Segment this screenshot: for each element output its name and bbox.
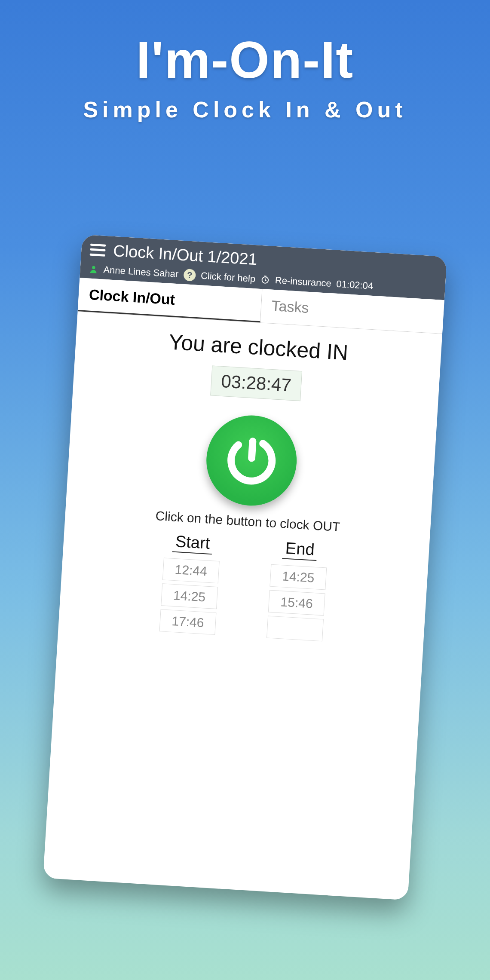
- promo-background: I'm-On-It Simple Clock In & Out Clock In…: [0, 0, 490, 980]
- start-time-cell[interactable]: 17:46: [159, 609, 217, 635]
- hamburger-menu-icon[interactable]: [90, 243, 106, 256]
- help-label[interactable]: Click for help: [200, 270, 256, 285]
- screen-title: Clock In/Out 1/2021: [113, 242, 258, 269]
- end-time-cell[interactable]: 14:25: [270, 564, 327, 590]
- svg-rect-3: [248, 438, 257, 462]
- clock-status-text: You are clocked IN: [75, 324, 441, 371]
- start-column-header: Start: [172, 532, 213, 555]
- end-column: End 14:25 15:46: [266, 538, 328, 642]
- main-panel: You are clocked IN 03:28:47 Click on the…: [43, 312, 442, 900]
- header-status-time: 01:02:04: [336, 279, 374, 292]
- header-status-label: Re-insurance: [275, 275, 331, 289]
- start-column: Start 12:44 14:25 17:46: [159, 532, 221, 635]
- clock-toggle-button[interactable]: [204, 413, 299, 508]
- end-time-cell[interactable]: 15:46: [268, 590, 325, 616]
- help-icon[interactable]: ?: [183, 269, 196, 282]
- svg-point-0: [92, 266, 95, 270]
- marketing-title: I'm-On-It: [0, 30, 490, 89]
- start-time-cell[interactable]: 14:25: [161, 583, 218, 609]
- marketing-subtitle: Simple Clock In & Out: [0, 97, 490, 122]
- clock-icon: [260, 275, 270, 285]
- end-column-header: End: [282, 539, 318, 561]
- time-log-grid: Start 12:44 14:25 17:46 End 14:25 15:46: [58, 525, 429, 647]
- start-time-cell[interactable]: 12:44: [162, 557, 220, 583]
- elapsed-timer: 03:28:47: [210, 365, 302, 401]
- user-icon: [89, 264, 98, 274]
- end-time-cell[interactable]: [266, 616, 324, 641]
- power-icon: [220, 429, 283, 492]
- user-name: Anne Lines Sahar: [103, 264, 179, 280]
- app-screen: Clock In/Out 1/2021 Anne Lines Sahar ? C…: [43, 234, 447, 900]
